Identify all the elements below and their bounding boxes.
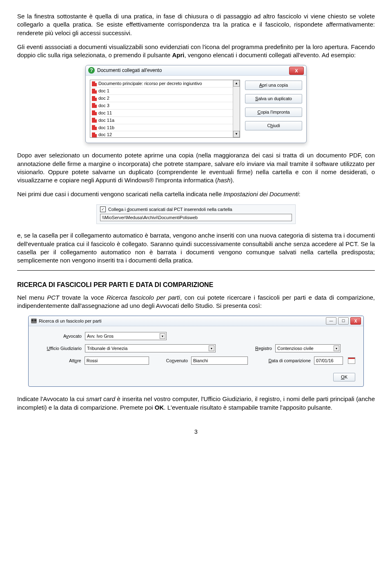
- list-item[interactable]: doc 1: [90, 87, 233, 95]
- paragraph-search-instruction: Indicate l'Avvocato la cui smart card è …: [17, 395, 375, 412]
- pdf-icon: [92, 103, 97, 108]
- attore-input[interactable]: Rossi: [85, 357, 149, 365]
- label-attore: Attore: [37, 358, 81, 364]
- text: Collega i: [108, 207, 127, 212]
- list-item-label: doc 1: [98, 88, 109, 94]
- list-item-label: doc 12: [98, 132, 112, 137]
- list-item[interactable]: Documento principale: ricorso per decret…: [90, 80, 233, 87]
- text: trovate la voce: [59, 294, 107, 301]
- mnemonic: h: [270, 123, 273, 128]
- copy-hash-button[interactable]: Copia l'impronta: [245, 108, 302, 117]
- label-avvocato: Avvocato: [37, 333, 82, 339]
- list-item[interactable]: doc 12: [90, 131, 233, 137]
- text: ocumenti scaricati dal PCT inserendoli n…: [129, 207, 232, 212]
- calendar-icon[interactable]: [348, 357, 355, 364]
- close-button[interactable]: Chiudi: [245, 121, 302, 130]
- dialog-titlebar: ? Documenti collegati all'evento X: [86, 65, 306, 76]
- mnemonic: D: [269, 358, 272, 363]
- list-item-label: doc 3: [98, 103, 109, 109]
- section-divider: [17, 270, 375, 271]
- search-icon: [31, 318, 37, 323]
- avvocato-dropdown[interactable]: Avv. Ivo Gros▼: [85, 332, 167, 340]
- paragraph-after-select: Dopo aver selezionato un documento potet…: [17, 151, 375, 184]
- section-heading: RICERCA DI FASCICOLI PER PARTI E DATA DI…: [17, 280, 375, 289]
- label-convenuto: Convenuto: [156, 358, 188, 364]
- text: Indicate l'Avvocato la cui: [17, 395, 86, 402]
- mnemonic: n: [172, 358, 174, 363]
- maximize-button[interactable]: ☐: [338, 317, 349, 325]
- dialog-documents-attached: ? Documenti collegati all'evento X Docum…: [17, 65, 375, 143]
- dialog-search-fascicolo: Ricerca di un fascicolo per parti — ☐ X …: [17, 316, 375, 387]
- mnemonic: C: [257, 110, 261, 114]
- chevron-down-icon: ▼: [209, 345, 214, 351]
- pdf-icon: [92, 132, 97, 137]
- list-item-label: doc 11b: [98, 125, 114, 131]
- list-item[interactable]: doc 3: [90, 102, 233, 110]
- input-value: Avv. Ivo Gros: [87, 333, 114, 339]
- path-input[interactable]: \\MioServer\Medusa\Archivi\DocumentiPoli…: [100, 214, 292, 222]
- data-input[interactable]: 07/01/16: [314, 357, 343, 365]
- mnemonic: R: [255, 346, 258, 351]
- input-value: Tribunale di Venezia: [87, 345, 127, 352]
- convenuto-input[interactable]: Bianchi: [191, 357, 247, 365]
- pdf-icon: [92, 118, 97, 123]
- text-italic: smart card: [86, 395, 115, 402]
- checkbox-auto-link[interactable]: ✓: [100, 206, 106, 212]
- mnemonic: A: [259, 83, 262, 87]
- list-item-label: doc 2: [98, 95, 109, 101]
- dialog-titlebar: Ricerca di un fascicolo per parti — ☐ X: [29, 316, 363, 326]
- label-ufficio: Ufficio Giudiziario: [37, 345, 82, 352]
- list-item-label: doc 11: [98, 110, 112, 116]
- text-italic: Ricerca fascicolo per parti: [107, 294, 180, 301]
- open-copy-button[interactable]: Apri una copia: [245, 81, 302, 90]
- help-icon: ?: [88, 67, 95, 74]
- close-button[interactable]: X: [350, 317, 361, 325]
- list-item[interactable]: doc 11a: [90, 117, 233, 124]
- text: :: [299, 191, 301, 197]
- ufficio-dropdown[interactable]: Tribunale di Venezia▼: [85, 344, 216, 352]
- scrollbar[interactable]: ▲ ▼: [233, 80, 240, 137]
- pdf-icon: [92, 81, 97, 86]
- paragraph-intro: Se la finestra sottostante è quella di u…: [17, 12, 375, 37]
- paragraph-events: Gli eventi asssociati a documenti visual…: [17, 43, 375, 60]
- ok-button[interactable]: OK: [333, 373, 355, 381]
- pdf-icon: [92, 110, 97, 115]
- mnemonic: O: [341, 374, 345, 379]
- chevron-down-icon: ▼: [334, 345, 339, 351]
- text-bold: Apri: [172, 52, 184, 58]
- page-number: 3: [17, 428, 375, 436]
- text-italic: Impostazioni dei Documenti: [223, 191, 298, 197]
- option-auto-link: ✓ Collega i documenti scaricati dal PCT …: [17, 204, 375, 224]
- save-duplicate-button[interactable]: Salva un duplicato: [245, 94, 302, 103]
- list-item-label: Documento principale: ricorso per decret…: [98, 81, 202, 87]
- chevron-down-icon: ▼: [160, 333, 165, 339]
- mnemonic: v: [66, 334, 69, 339]
- input-value: Contenzioso civile: [277, 345, 314, 352]
- label-registro: Registro: [227, 345, 272, 352]
- text: , vengono elencati i documenti collegati…: [184, 52, 356, 58]
- minimize-button[interactable]: —: [326, 317, 336, 325]
- document-listbox[interactable]: Documento principale: ricorso per decret…: [90, 80, 240, 138]
- list-item[interactable]: doc 2: [90, 95, 233, 102]
- paragraph-auto-link-expl: e, se la casella per il collegamento aut…: [17, 231, 375, 265]
- dialog-title: Documenti collegati all'evento: [97, 67, 162, 74]
- text-italic: PCT: [47, 294, 59, 301]
- pdf-icon: [92, 125, 97, 130]
- close-button[interactable]: X: [289, 67, 304, 75]
- scroll-down-button[interactable]: ▼: [233, 131, 240, 137]
- text: . L'eventuale risultato è stampabile tra…: [164, 404, 332, 411]
- list-item[interactable]: doc 11b: [90, 124, 233, 132]
- mnemonic: U: [47, 346, 50, 351]
- scroll-up-button[interactable]: ▲: [233, 80, 240, 87]
- text-bold: OK: [155, 404, 164, 411]
- list-item-label: doc 11a: [98, 117, 114, 123]
- mnemonic: S: [255, 96, 258, 101]
- input-value: Bianchi: [193, 358, 208, 364]
- checkbox-label: Collega i documenti scaricati dal PCT in…: [108, 206, 232, 213]
- pdf-icon: [92, 89, 97, 94]
- input-value: 07/01/16: [316, 358, 334, 364]
- text-italic: hash: [217, 177, 231, 184]
- registro-dropdown[interactable]: Contenzioso civile▼: [275, 344, 341, 352]
- list-item[interactable]: doc 11: [90, 110, 233, 117]
- paragraph-search-intro: Nel menu PCT trovate la voce Ricerca fas…: [17, 294, 375, 310]
